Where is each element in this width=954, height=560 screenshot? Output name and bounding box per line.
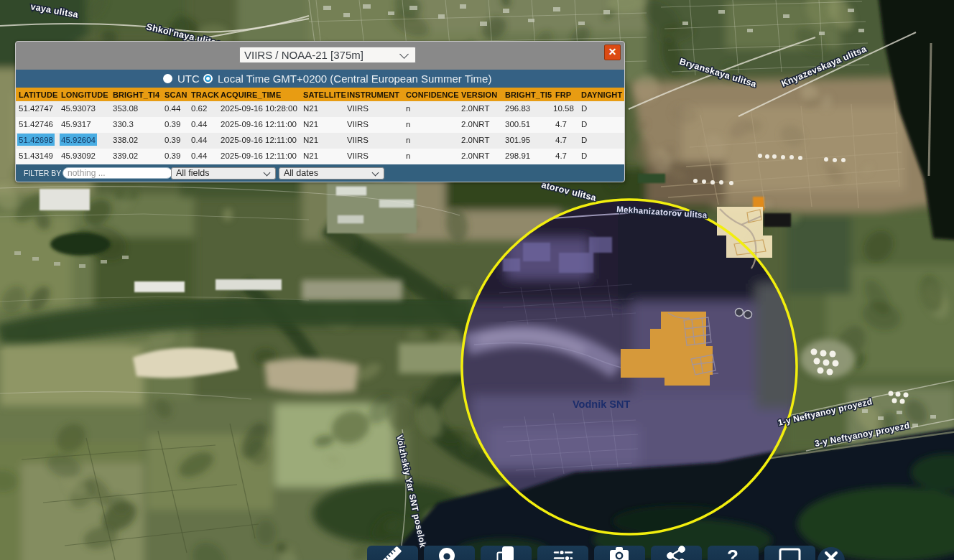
svg-text:Vodnik SNT: Vodnik SNT <box>573 398 630 410</box>
